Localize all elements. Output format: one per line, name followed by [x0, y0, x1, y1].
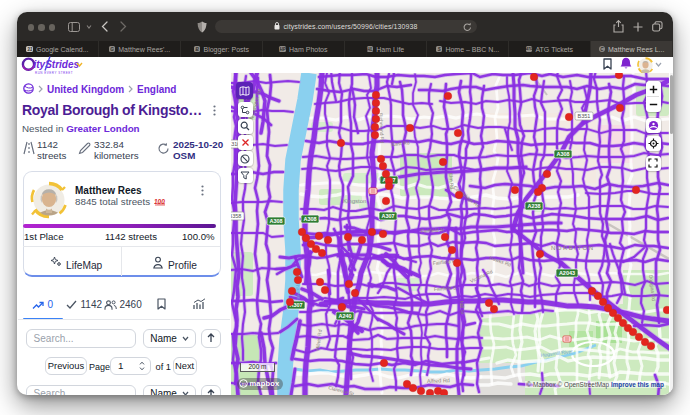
svg-text:A308: A308 [269, 218, 282, 224]
svg-text:Kingston: Kingston [343, 198, 366, 204]
svg-text:A308: A308 [303, 216, 316, 222]
svg-text:NORBITON: NORBITON [551, 245, 595, 251]
svg-text:m: m [241, 381, 246, 387]
svg-text:A2043: A2043 [558, 270, 574, 276]
svg-text:Alfred Rd: Alfred Rd [426, 377, 449, 384]
svg-text:100: 100 [154, 197, 165, 204]
svg-text:RUN EVERY STREET: RUN EVERY STREET [35, 71, 73, 75]
svg-text:A240: A240 [338, 313, 351, 319]
svg-text:ityStrides: ityStrides [34, 59, 80, 70]
svg-text:A238: A238 [527, 203, 540, 209]
svg-text:B358: B358 [231, 213, 241, 219]
svg-text:A308: A308 [556, 151, 569, 157]
svg-text:A307: A307 [381, 213, 394, 219]
svg-text:B351: B351 [577, 113, 590, 119]
svg-text:Mill St: Mill St [459, 300, 466, 315]
